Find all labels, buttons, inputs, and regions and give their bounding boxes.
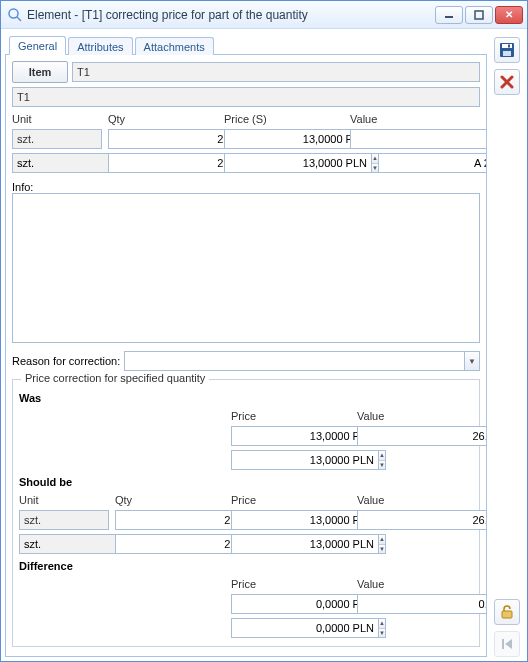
x-icon [499,74,515,90]
sb-qty1-spinner[interactable]: ▲▼ [115,510,225,530]
price-correction-group: Price correction for specified quantity … [12,379,480,647]
sb-value-header: Value [357,494,487,506]
close-button[interactable]: ✕ [495,6,523,24]
svg-rect-5 [502,44,512,48]
diff-value-spinner[interactable]: ▲▼ [357,594,487,614]
tab-attributes[interactable]: Attributes [68,37,132,55]
floppy-icon [499,42,515,58]
minimize-button[interactable] [435,6,463,24]
unlock-button[interactable] [494,599,520,625]
tab-general[interactable]: General [9,36,66,55]
unlock-icon [499,604,515,620]
sb-unit1-input[interactable] [19,510,109,530]
was-value-spinner[interactable]: ▲▼ [357,426,487,446]
previous-button [494,631,520,657]
svg-rect-3 [475,11,483,19]
sb-price1-spinner[interactable]: ▲▼ [231,510,351,530]
svg-rect-10 [502,611,512,618]
tab-strip: General Attributes Attachments [5,33,487,55]
was-label: Was [19,392,473,404]
svg-rect-7 [508,45,510,48]
sb-value-spinner[interactable]: ▲▼ [357,510,487,530]
item-button[interactable]: Item [12,61,68,83]
svg-marker-12 [505,639,512,649]
item-code-input[interactable] [72,62,480,82]
value1-spinner[interactable]: ▲▼ [350,129,487,149]
value-header: Value [350,113,487,125]
info-textarea[interactable] [12,193,480,343]
side-toolbar [491,33,523,657]
was-price-header: Price [231,410,351,422]
unit2-combo[interactable]: ▼ [12,153,102,173]
price-s-header: Price (S) [224,113,344,125]
diff-price-header: Price [231,578,351,590]
unit1-input[interactable] [12,129,102,149]
magnifier-icon [7,7,23,23]
price2-spinner[interactable]: ▲▼ [224,153,344,173]
tab-attachments[interactable]: Attachments [135,37,214,55]
diff-price1-spinner[interactable]: ▲▼ [231,594,351,614]
svg-line-1 [17,17,21,21]
sb-price2-spinner[interactable]: ▲▼ [231,534,351,554]
qty-header: Qty [108,113,218,125]
save-button[interactable] [494,37,520,63]
unit-header: Unit [12,113,102,125]
sb-unit2-combo[interactable]: ▼ [19,534,109,554]
shouldbe-label: Should be [19,476,473,488]
qty1-spinner[interactable]: ▲▼ [108,129,218,149]
sb-unit-header: Unit [19,494,109,506]
was-price1-spinner[interactable]: ▲▼ [231,426,351,446]
qty2-spinner[interactable]: ▲▼ [108,153,218,173]
sb-qty-header: Qty [115,494,225,506]
was-value-header: Value [357,410,487,422]
general-panel: Item Unit Qty Price (S) Value ▲▼ ▲▼ ▲▼ ▼ [5,55,487,657]
prev-icon [499,636,515,652]
item-name-input[interactable] [12,87,480,107]
diff-price2-spinner[interactable]: ▲▼ [231,618,351,638]
svg-point-0 [9,9,18,18]
info-label: Info: [12,181,480,193]
sb-qty2-spinner[interactable]: ▲▼ [115,534,225,554]
price-correction-legend: Price correction for specified quantity [21,372,209,384]
svg-rect-6 [503,51,511,56]
sb-price-header: Price [231,494,351,506]
was-price2-spinner[interactable]: ▲▼ [231,450,351,470]
price1-spinner[interactable]: ▲▼ [224,129,344,149]
diff-value-header: Value [357,578,487,590]
vat-spinner[interactable]: ▲▼ [378,153,487,173]
titlebar: Element - [T1] correcting price for part… [1,1,527,29]
window-title: Element - [T1] correcting price for part… [27,8,435,22]
difference-label: Difference [19,560,473,572]
maximize-button[interactable] [465,6,493,24]
delete-button[interactable] [494,69,520,95]
reason-label: Reason for correction: [12,355,120,367]
reason-combo[interactable]: ▼ [124,351,480,371]
svg-rect-11 [502,639,504,649]
element-window: Element - [T1] correcting price for part… [0,0,528,662]
